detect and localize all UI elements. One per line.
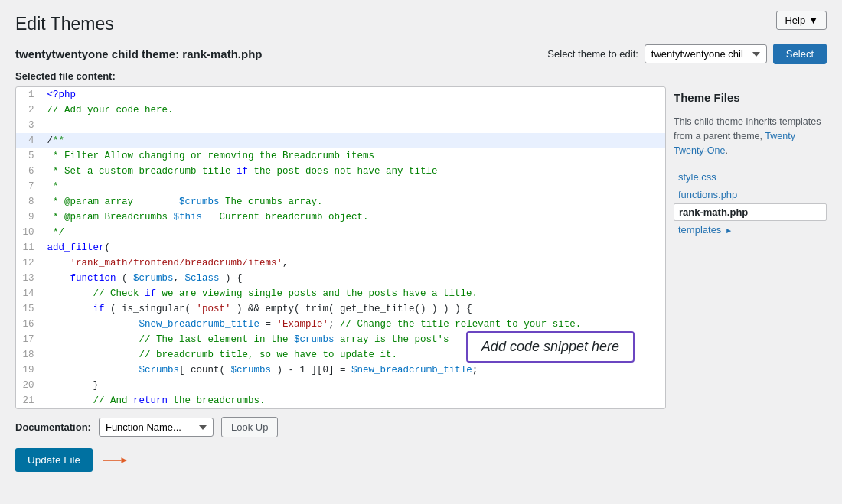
line-number: 7 — [16, 179, 41, 194]
line-number: 14 — [16, 286, 41, 301]
arrow-indicator — [103, 453, 128, 468]
svg-marker-1 — [122, 457, 127, 463]
help-label: Help — [785, 15, 805, 26]
table-row: 16 $new_breadcrumb_title = 'Example'; //… — [16, 317, 665, 332]
line-number: 6 — [16, 164, 41, 179]
help-button[interactable]: Help ▼ — [776, 11, 827, 30]
line-number: 21 — [16, 393, 41, 408]
table-row: 20 } — [16, 378, 665, 393]
table-row: 4 /** — [16, 133, 665, 148]
table-row: 11 add_filter( — [16, 240, 665, 255]
line-code: $new_breadcrumb_title = 'Example'; // Ch… — [41, 317, 665, 332]
line-code: // breadcrumb title, so we have to updat… — [41, 347, 665, 363]
file-link[interactable]: functions.php — [674, 186, 827, 203]
bottom-bar: Documentation: Function Name... Look Up — [15, 417, 827, 437]
line-code: // The last element in the $crumbs array… — [41, 332, 665, 347]
table-row: 2 // Add your code here. — [16, 102, 665, 118]
line-code — [41, 118, 665, 133]
line-code: // And return the breadcrumbs. — [41, 393, 665, 408]
chevron-down-icon: ▼ — [808, 15, 818, 26]
line-number: 19 — [16, 363, 41, 378]
sidebar-info: This child theme inherits templates from… — [674, 115, 827, 158]
line-code: * @param array $crumbs The crumbs array. — [41, 194, 665, 210]
list-item: functions.php — [674, 186, 827, 203]
update-file-button[interactable]: Update File — [15, 448, 93, 472]
top-bar: twentytwentyone child theme: rank-math.p… — [15, 44, 827, 64]
file-link[interactable]: templates ► — [674, 221, 737, 239]
line-code: /** — [41, 133, 665, 148]
line-number: 18 — [16, 347, 41, 363]
editor-layout: 1 <?php 2 // Add your code here. 3 4 /**… — [15, 86, 827, 409]
folder-arrow-icon: ► — [723, 226, 733, 235]
line-number: 9 — [16, 210, 41, 225]
line-number: 5 — [16, 148, 41, 164]
line-code: * @param Breadcrumbs $this Current bread… — [41, 210, 665, 225]
select-theme-area: Select theme to edit: twentytwentyone ch… — [547, 44, 827, 64]
theme-files-title: Theme Files — [674, 86, 827, 107]
select-theme-button[interactable]: Select — [773, 44, 827, 64]
line-number: 13 — [16, 271, 41, 286]
file-link[interactable]: style.css — [674, 168, 827, 186]
file-list: style.cssfunctions.phprank-math.phptempl… — [674, 168, 827, 239]
table-row: 17 // The last element in the $crumbs ar… — [16, 332, 665, 347]
line-code: } — [41, 378, 665, 393]
line-number: 15 — [16, 301, 41, 317]
line-code: // Check if we are viewing single posts … — [41, 286, 665, 301]
line-code: add_filter( — [41, 240, 665, 255]
table-row: 3 — [16, 118, 665, 133]
line-number: 10 — [16, 225, 41, 240]
line-number: 11 — [16, 240, 41, 255]
doc-label: Documentation: — [15, 421, 91, 433]
doc-select[interactable]: Function Name... — [99, 418, 214, 437]
list-item: style.css — [674, 168, 827, 186]
list-item: rank-math.php — [674, 203, 827, 221]
table-row: 13 function ( $crumbs, $class ) { — [16, 271, 665, 286]
table-row: 8 * @param array $crumbs The crumbs arra… — [16, 194, 665, 210]
parent-theme-link[interactable]: Twenty Twenty-One — [674, 131, 795, 156]
page-title: Edit Themes — [15, 14, 827, 34]
line-code: // Add your code here. — [41, 102, 665, 118]
line-code: function ( $crumbs, $class ) { — [41, 271, 665, 286]
look-up-button[interactable]: Look Up — [221, 417, 278, 437]
line-code: 'rank_math/frontend/breadcrumb/items', — [41, 255, 665, 271]
line-number: 3 — [16, 118, 41, 133]
update-row: Update File — [15, 448, 827, 472]
select-theme-label: Select theme to edit: — [547, 48, 638, 60]
code-table: 1 <?php 2 // Add your code here. 3 4 /**… — [16, 87, 665, 408]
line-code: <?php — [41, 87, 665, 102]
line-number: 2 — [16, 102, 41, 118]
line-code: * Set a custom breadcrumb title if the p… — [41, 164, 665, 179]
table-row: 18 // breadcrumb title, so we have to up… — [16, 347, 665, 363]
line-number: 20 — [16, 378, 41, 393]
line-code: * Filter Allow changing or removing the … — [41, 148, 665, 164]
theme-file-title: twentytwentyone child theme: rank-math.p… — [15, 47, 263, 60]
table-row: 15 if ( is_singular( 'post' ) && empty( … — [16, 301, 665, 317]
table-row: 1 <?php — [16, 87, 665, 102]
line-code: if ( is_singular( 'post' ) && empty( tri… — [41, 301, 665, 317]
code-editor[interactable]: 1 <?php 2 // Add your code here. 3 4 /**… — [15, 86, 666, 409]
line-number: 16 — [16, 317, 41, 332]
line-number: 12 — [16, 255, 41, 271]
table-row: 9 * @param Breadcrumbs $this Current bre… — [16, 210, 665, 225]
line-code: $crumbs[ count( $crumbs ) - 1 ][0] = $ne… — [41, 363, 665, 378]
table-row: 6 * Set a custom breadcrumb title if the… — [16, 164, 665, 179]
line-number: 4 — [16, 133, 41, 148]
line-number: 17 — [16, 332, 41, 347]
table-row: 7 * — [16, 179, 665, 194]
line-number: 1 — [16, 87, 41, 102]
table-row: 21 // And return the breadcrumbs. — [16, 393, 665, 408]
selected-file-label: Selected file content: — [15, 70, 827, 82]
line-number: 8 — [16, 194, 41, 210]
file-link[interactable]: rank-math.php — [674, 203, 827, 221]
theme-select-dropdown[interactable]: twentytwentyone chil — [645, 44, 767, 63]
line-code: * — [41, 179, 665, 194]
list-item: templates ► — [674, 221, 827, 239]
table-row: 5 * Filter Allow changing or removing th… — [16, 148, 665, 164]
table-row: 10 */ — [16, 225, 665, 240]
theme-files-sidebar: Theme Files This child theme inherits te… — [674, 86, 827, 409]
table-row: 19 $crumbs[ count( $crumbs ) - 1 ][0] = … — [16, 363, 665, 378]
table-row: 14 // Check if we are viewing single pos… — [16, 286, 665, 301]
code-scroll-area[interactable]: 1 <?php 2 // Add your code here. 3 4 /**… — [16, 87, 665, 408]
table-row: 12 'rank_math/frontend/breadcrumb/items'… — [16, 255, 665, 271]
line-code: */ — [41, 225, 665, 240]
